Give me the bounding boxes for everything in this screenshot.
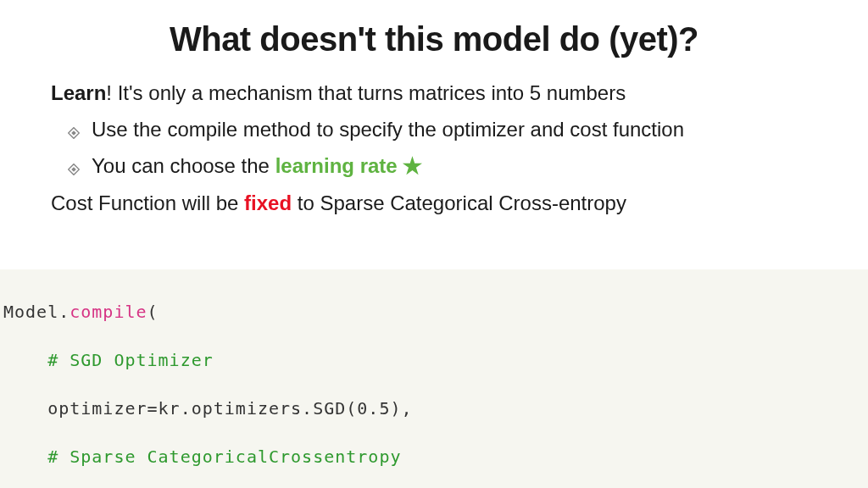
line-learn: Learn! It's only a mechanism that turns … <box>51 77 817 108</box>
lr-green: learning rate <box>275 154 398 177</box>
svg-rect-3 <box>71 168 76 173</box>
diamond-bullet-icon <box>68 164 92 175</box>
svg-rect-1 <box>71 130 76 136</box>
lr-prefix: You can choose the <box>92 154 275 177</box>
code-line-4: # Sparse CategoricalCrossentropy <box>3 445 868 469</box>
bullet-compile: Use the compile method to specify the op… <box>51 114 817 145</box>
bullet-learning-rate: You can choose the learning rate★ <box>51 150 817 181</box>
line-cost-function: Cost Function will be fixed to Sparse Ca… <box>51 187 817 219</box>
diamond-bullet-icon <box>68 127 92 139</box>
learn-bold: Learn <box>51 81 106 104</box>
slide-title: What doesn't this model do (yet)? <box>0 0 868 58</box>
bullet-compile-text: Use the compile method to specify the op… <box>92 114 684 145</box>
learn-rest: ! It's only a mechanism that turns matri… <box>106 81 626 104</box>
cost-suffix: to Sparse Categorical Cross-entropy <box>292 191 626 214</box>
code-line-2: # SGD Optimizer <box>3 348 868 372</box>
cost-fixed: fixed <box>244 191 292 214</box>
code-line-3: optimizer=kr.optimizers.SGD(0.5), <box>3 396 868 420</box>
cost-prefix: Cost Function will be <box>51 191 244 214</box>
slide-body: Learn! It's only a mechanism that turns … <box>0 58 868 219</box>
code-block: Model.compile( # SGD Optimizer optimizer… <box>0 269 868 488</box>
code-line-1: Model.compile( <box>3 300 868 324</box>
